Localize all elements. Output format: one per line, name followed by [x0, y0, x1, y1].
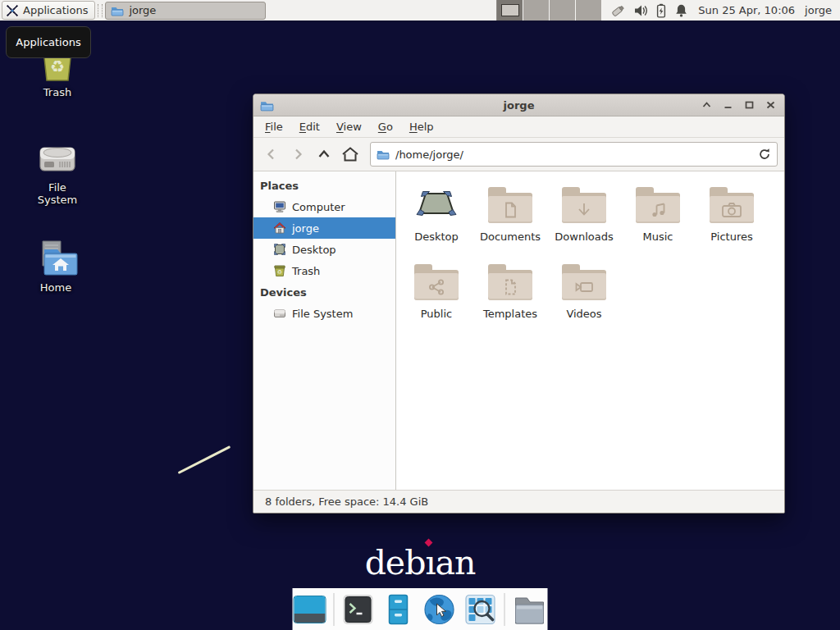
file-item-label: Public	[399, 308, 473, 320]
dock-web-browser[interactable]	[422, 592, 457, 627]
status-text: 8 folders, Free space: 14.4 GiB	[265, 495, 428, 508]
notifications-bell-icon[interactable]	[674, 3, 688, 18]
titlebar[interactable]: jorge	[253, 94, 784, 116]
file-grid: Desktop Documents Download	[396, 171, 784, 490]
sidebar-item-desktop[interactable]: Desktop	[253, 239, 395, 260]
menu-help[interactable]: Help	[401, 118, 442, 135]
path-input[interactable]	[395, 148, 752, 161]
desktop-icon-filesystem[interactable]: File System	[28, 138, 87, 206]
desktop-icon-label: Trash	[28, 86, 87, 98]
sidebar-item-label: Trash	[292, 265, 320, 277]
dock-file-manager[interactable]	[513, 593, 547, 626]
menu-go[interactable]: Go	[370, 118, 401, 135]
minimize-button[interactable]	[720, 98, 735, 112]
sidebar-header-places: Places	[253, 175, 395, 196]
sidebar-header-devices: Devices	[253, 281, 395, 303]
desktop-icon-label: File System	[28, 181, 87, 206]
up-button[interactable]	[313, 143, 336, 166]
stylus-tool-icon[interactable]	[610, 3, 626, 18]
menu-file[interactable]: File	[257, 118, 291, 135]
toolbar	[253, 138, 784, 171]
dock-separator	[334, 593, 335, 626]
file-item-videos[interactable]: Videos	[547, 258, 621, 336]
sidebar: Places Computer	[253, 171, 396, 490]
volume-icon[interactable]	[633, 3, 648, 18]
file-manager-window: jorge File Edit View Go Help	[253, 94, 785, 514]
panel-username[interactable]: jorge	[805, 4, 832, 16]
panel-handle[interactable]	[98, 4, 103, 17]
location-bar[interactable]	[370, 142, 778, 167]
battery-icon[interactable]	[655, 3, 667, 18]
shade-button[interactable]	[699, 98, 714, 112]
home-button[interactable]	[339, 143, 362, 166]
downloads-folder-icon	[562, 187, 606, 223]
path-folder-icon	[377, 148, 390, 161]
panel-clock[interactable]: Sun 25 Apr, 10:06	[698, 4, 795, 16]
dock-show-desktop[interactable]	[294, 596, 326, 623]
file-item-documents[interactable]: Documents	[473, 181, 547, 258]
sidebar-item-label: File System	[292, 308, 353, 320]
sidebar-item-label: Computer	[292, 201, 345, 213]
file-item-music[interactable]: Music	[621, 181, 695, 258]
debian-logo-text: deb	[365, 543, 426, 582]
music-folder-icon	[636, 187, 680, 223]
dock-app-finder[interactable]	[464, 593, 497, 626]
close-button[interactable]	[763, 98, 778, 112]
statusbar: 8 folders, Free space: 14.4 GiB	[253, 490, 784, 513]
workspace-switcher	[496, 0, 602, 21]
file-cabinet-icon	[382, 593, 415, 626]
web-browser-globe-icon	[422, 592, 457, 627]
terminal-icon	[342, 593, 375, 626]
desktop-icon-label: Home	[26, 281, 85, 294]
workspace-2[interactable]	[523, 0, 550, 21]
computer-icon	[273, 200, 286, 213]
dock	[293, 588, 548, 630]
system-tray	[610, 3, 688, 18]
xfce-applications-icon	[6, 4, 19, 17]
show-desktop-icon	[294, 596, 326, 623]
file-item-label: Pictures	[695, 231, 769, 243]
file-item-label: Videos	[547, 308, 621, 320]
home-icon	[273, 221, 286, 235]
templates-folder-icon	[488, 264, 532, 300]
workspace-1[interactable]	[497, 0, 523, 21]
sidebar-item-filesystem[interactable]: File System	[253, 303, 395, 324]
sidebar-item-computer[interactable]: Computer	[253, 196, 395, 217]
sidebar-item-trash[interactable]: ♻ Trash	[253, 260, 395, 281]
file-item-public[interactable]: Public	[399, 258, 473, 336]
file-item-label: Music	[621, 231, 695, 243]
harddrive-icon	[28, 138, 87, 179]
app-finder-icon	[464, 593, 497, 626]
videos-folder-icon	[562, 264, 606, 300]
dock-separator	[504, 593, 505, 626]
desktop-icon	[273, 243, 286, 256]
file-item-desktop[interactable]: Desktop	[399, 181, 473, 258]
reload-icon[interactable]	[758, 148, 771, 161]
file-item-downloads[interactable]: Downloads	[547, 181, 621, 258]
taskbar-window-button[interactable]: jorge	[105, 2, 266, 20]
back-button[interactable]	[260, 143, 283, 166]
sidebar-item-label: Desktop	[292, 244, 336, 256]
maximize-button[interactable]	[742, 98, 756, 112]
file-item-pictures[interactable]: Pictures	[695, 181, 769, 258]
menu-edit[interactable]: Edit	[291, 118, 328, 135]
applications-menu-button[interactable]: Applications	[2, 1, 95, 20]
forward-button[interactable]	[286, 143, 309, 166]
file-item-templates[interactable]: Templates	[473, 258, 547, 336]
menu-view[interactable]: View	[328, 118, 370, 135]
dock-file-cabinet[interactable]	[382, 593, 415, 626]
pictures-folder-icon	[710, 187, 754, 223]
desktop-folder-icon	[399, 181, 473, 229]
trash-small-icon: ♻	[273, 264, 286, 277]
file-item-label: Downloads	[547, 231, 621, 243]
svg-text:♻: ♻	[50, 57, 65, 76]
dock-terminal[interactable]	[342, 593, 375, 626]
workspace-4[interactable]	[576, 0, 602, 21]
pointer-trail-artifact	[178, 445, 231, 474]
sidebar-item-jorge[interactable]: jorge	[253, 217, 395, 239]
top-panel: Applications jorge	[0, 0, 840, 22]
desktop-icon-home[interactable]: Home	[26, 236, 85, 294]
workspace-3[interactable]	[550, 0, 576, 21]
public-folder-icon	[414, 264, 459, 300]
file-item-label: Templates	[473, 308, 547, 320]
